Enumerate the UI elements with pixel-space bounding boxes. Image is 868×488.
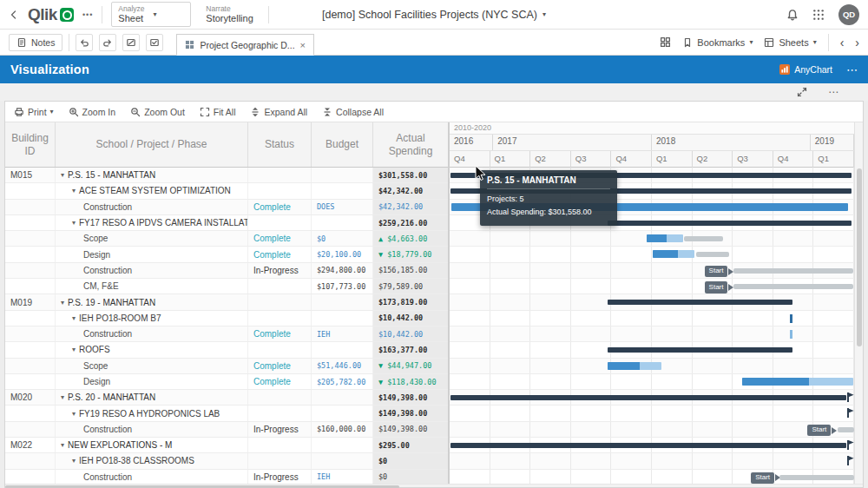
row-collapse-caret[interactable]: ▾ bbox=[61, 441, 64, 449]
table-row[interactable]: M015▾P.S. 15 - MANHATTAN$301,558.00 bbox=[5, 168, 448, 183]
mode-selector-analyze-sheet[interactable]: Analyze Sheet ▾ bbox=[111, 2, 191, 27]
gantt-row[interactable]: Start bbox=[450, 263, 854, 279]
previous-sheet-button[interactable]: ‹ bbox=[840, 36, 845, 49]
row-collapse-caret[interactable]: ▾ bbox=[72, 314, 76, 322]
back-chevron-button[interactable] bbox=[9, 10, 19, 20]
clear-selections-button[interactable] bbox=[122, 34, 140, 51]
gantt-bar-task[interactable] bbox=[653, 250, 694, 258]
gantt-row[interactable] bbox=[450, 359, 854, 374]
horizontal-scrollbar-thumb[interactable] bbox=[5, 485, 399, 488]
gantt-row[interactable]: Start bbox=[450, 279, 854, 294]
object-menu-button[interactable]: ⋯ bbox=[828, 86, 838, 98]
table-row[interactable]: ScopeComplete$51,446.00▼ $44,947.00 bbox=[5, 359, 448, 374]
table-row[interactable]: ConstructionCompleteIEH$10,442.00 bbox=[5, 326, 448, 342]
sheet-objects-button[interactable] bbox=[660, 36, 671, 48]
gantt-row[interactable] bbox=[450, 342, 854, 358]
gantt-bar-task[interactable] bbox=[742, 378, 853, 386]
zoom-out-button[interactable]: Zoom Out bbox=[130, 107, 185, 117]
gantt-bar-group[interactable] bbox=[608, 300, 792, 305]
row-collapse-caret[interactable]: ▾ bbox=[72, 346, 76, 353]
row-collapse-caret[interactable]: ▾ bbox=[72, 187, 76, 195]
gantt-bar-tick-dark[interactable] bbox=[790, 314, 792, 323]
table-row[interactable]: M020▾P.S. 20 - MANHATTAN$149,398.00 bbox=[5, 390, 448, 406]
tab-project-geographic[interactable]: Project Geographic D... × bbox=[176, 34, 314, 56]
table-row[interactable]: DesignComplete$20,100.00▼ $18,779.00 bbox=[5, 247, 448, 262]
table-row[interactable]: ConstructionCompleteDOES$42,342.00 bbox=[5, 200, 448, 215]
selections-tool-button[interactable] bbox=[146, 34, 163, 51]
column-header-budget[interactable]: Budget bbox=[312, 122, 373, 167]
gantt-bar-baseline[interactable] bbox=[696, 252, 728, 257]
visualization-menu-button[interactable]: ⋯ bbox=[846, 63, 858, 76]
gantt-bar-group[interactable] bbox=[608, 221, 852, 226]
gantt-row[interactable]: Start bbox=[450, 422, 854, 438]
column-header-school-project-phase[interactable]: School / Project / Phase bbox=[56, 122, 248, 167]
gantt-bar-task[interactable] bbox=[647, 234, 683, 242]
close-tab-icon[interactable]: × bbox=[300, 40, 306, 50]
print-button[interactable]: Print ▾ bbox=[14, 107, 54, 117]
gantt-bar-tick-light[interactable] bbox=[790, 330, 792, 339]
column-header-status[interactable]: Status bbox=[248, 122, 312, 167]
sheets-dropdown[interactable]: Sheets ▾ bbox=[764, 37, 816, 48]
global-menu-button[interactable]: ••• bbox=[82, 10, 93, 19]
redo-selection-button[interactable] bbox=[99, 34, 116, 51]
gantt-flag-marker-icon[interactable] bbox=[847, 408, 849, 418]
row-collapse-caret[interactable]: ▾ bbox=[72, 410, 76, 418]
zoom-in-button[interactable]: Zoom In bbox=[69, 107, 116, 117]
gantt-bar-baseline[interactable] bbox=[733, 284, 852, 289]
next-sheet-button[interactable]: › bbox=[855, 36, 859, 49]
gantt-row[interactable] bbox=[450, 406, 854, 421]
table-row[interactable]: ▾ROOFS$163,377.00 bbox=[5, 342, 448, 358]
gantt-row[interactable] bbox=[450, 438, 854, 453]
app-title-dropdown[interactable]: [demo] School Facilities Projects (NYC S… bbox=[322, 9, 546, 21]
collapse-all-button[interactable]: Collapse All bbox=[322, 107, 384, 117]
row-collapse-caret[interactable]: ▾ bbox=[61, 171, 64, 179]
gantt-bar-baseline[interactable] bbox=[838, 427, 854, 432]
table-row[interactable]: ▾FY19 RESO A HYDROPONICS LAB$149,398.00 bbox=[5, 406, 448, 421]
gantt-row[interactable] bbox=[450, 453, 854, 469]
table-row[interactable]: ConstructionIn-Progress$160,000.00$149,3… bbox=[5, 422, 448, 438]
table-row[interactable]: M019▾P.S. 19 - MANHATTAN$173,819.00 bbox=[5, 294, 448, 310]
table-row[interactable]: DesignComplete$205,782.00▼ $118,430.00 bbox=[5, 374, 448, 390]
gantt-flag-marker-icon[interactable] bbox=[847, 456, 849, 465]
expand-all-button[interactable]: Expand All bbox=[250, 107, 307, 117]
notifications-button[interactable] bbox=[786, 9, 799, 21]
gantt-row[interactable] bbox=[450, 326, 854, 342]
table-row[interactable]: ▾FY17 RESO A IPDVS CAMERA INSTALLATION$2… bbox=[5, 215, 448, 231]
gantt-row[interactable] bbox=[450, 374, 854, 390]
gantt-bar-baseline[interactable] bbox=[779, 475, 854, 480]
gantt-row[interactable] bbox=[450, 231, 854, 247]
gantt-flag-marker-icon[interactable] bbox=[847, 392, 849, 402]
table-row[interactable]: CM, F&E$107,773.00$79,589.00 bbox=[5, 279, 448, 294]
gantt-row[interactable] bbox=[450, 294, 854, 310]
gantt-milestone[interactable]: Start bbox=[751, 472, 780, 484]
mode-narrate-storytelling[interactable]: Narrate Storytelling bbox=[200, 3, 259, 26]
gantt-row[interactable] bbox=[450, 247, 854, 262]
gantt-row[interactable] bbox=[450, 311, 854, 326]
user-avatar[interactable]: QD bbox=[838, 4, 859, 25]
fit-all-button[interactable]: Fit All bbox=[200, 107, 236, 117]
row-collapse-caret[interactable]: ▾ bbox=[72, 457, 76, 465]
gantt-milestone[interactable]: Start bbox=[705, 266, 734, 278]
gantt-milestone[interactable]: Start bbox=[705, 281, 734, 293]
row-collapse-caret[interactable]: ▾ bbox=[61, 393, 64, 401]
gantt-row[interactable] bbox=[450, 390, 854, 406]
fullscreen-button[interactable] bbox=[797, 87, 807, 97]
column-header-building-id[interactable]: Building ID bbox=[5, 122, 56, 167]
anychart-brand[interactable]: AnyChart bbox=[779, 64, 832, 75]
table-row[interactable]: M022▾NEW EXPLORATIONS - M$295.00 bbox=[5, 438, 448, 453]
table-row[interactable]: ▾ACE STEAM SYSTEM OPTIMIZATION$42,342.00 bbox=[5, 183, 448, 199]
table-row[interactable]: ▾IEH PO18-ROOM B7$10,442.00 bbox=[5, 311, 448, 326]
gantt-bar-group[interactable] bbox=[450, 443, 845, 448]
bookmarks-dropdown[interactable]: Bookmarks ▾ bbox=[682, 37, 753, 48]
gantt-milestone[interactable]: Start bbox=[807, 425, 837, 437]
row-collapse-caret[interactable]: ▾ bbox=[72, 219, 76, 227]
vertical-scrollbar[interactable] bbox=[854, 122, 863, 484]
gantt-flag-marker-icon[interactable] bbox=[847, 440, 849, 450]
gantt-bar-baseline[interactable] bbox=[733, 268, 852, 274]
gantt-bar-group[interactable] bbox=[450, 395, 845, 400]
table-row[interactable]: ScopeComplete$0▲ $4,663.00 bbox=[5, 231, 448, 247]
qlik-logo[interactable]: Qlik bbox=[28, 5, 74, 24]
gantt-bar-task[interactable] bbox=[608, 362, 661, 370]
table-row[interactable]: ▾IEH PO18-38 CLASSROOMS$0 bbox=[5, 453, 448, 469]
horizontal-scrollbar[interactable] bbox=[5, 484, 863, 487]
